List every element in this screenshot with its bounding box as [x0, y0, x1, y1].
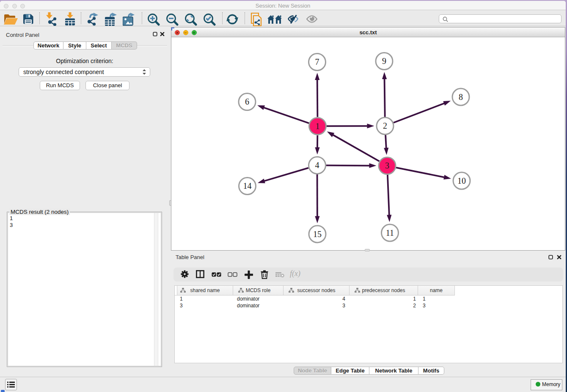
- svg-text:6: 6: [245, 97, 249, 106]
- svg-text:3: 3: [385, 161, 389, 170]
- svg-text:9: 9: [382, 56, 386, 66]
- svg-text:2: 2: [383, 121, 387, 130]
- svg-text:1: 1: [316, 121, 320, 131]
- svg-text:14: 14: [243, 181, 252, 190]
- svg-text:4: 4: [315, 160, 319, 170]
- svg-text:11: 11: [386, 228, 394, 237]
- svg-text:8: 8: [459, 92, 463, 102]
- svg-text:15: 15: [313, 229, 322, 239]
- svg-text:7: 7: [315, 57, 319, 66]
- svg-text:10: 10: [457, 176, 466, 185]
